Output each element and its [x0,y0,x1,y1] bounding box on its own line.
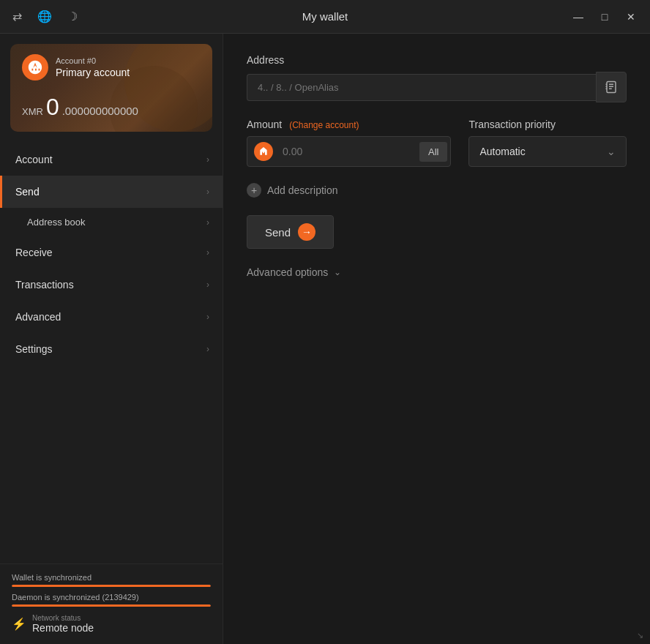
sidebar-footer: Wallet is synchronized Daemon is synchro… [0,564,223,644]
wallet-sync-bar [12,585,211,587]
sidebar-item-account[interactable]: Account › [0,143,223,176]
add-description-label: Add description [267,184,338,196]
close-button[interactable]: ✕ [621,7,641,27]
sidebar-item-receive[interactable]: Receive › [0,236,223,269]
dropdown-arrow-icon: ⌄ [607,146,616,157]
chevron-right-icon: › [206,217,209,228]
balance-whole: 0 [46,95,59,119]
sidebar-item-send[interactable]: Send › [0,176,223,208]
all-button[interactable]: All [419,142,447,162]
priority-dropdown[interactable]: Automatic ⌄ [468,136,627,167]
transfer-icon[interactable]: ⇄ [9,9,25,25]
advanced-options-row[interactable]: Advanced options ⌄ [247,266,627,278]
priority-section: Transaction priority Automatic ⌄ [468,119,627,167]
add-description-row[interactable]: + Add description [247,183,627,198]
priority-label: Transaction priority [468,119,627,130]
chevron-right-icon: › [206,344,209,354]
amount-section: Amount (Change account) All [247,119,451,167]
network-value: Remote node [32,622,94,634]
network-status: ⚡ Network status Remote node [12,614,211,634]
network-label: Network status [32,614,94,622]
bolt-icon: ⚡ [12,617,26,631]
main-layout: Account #0 Primary account XMR 0 .000000… [0,34,650,644]
xmr-icon [250,138,277,165]
sidebar-item-transactions[interactable]: Transactions › [0,269,223,301]
account-card: Account #0 Primary account XMR 0 .000000… [10,44,212,132]
daemon-sync-fill [12,604,211,607]
balance-decimals: .000000000000 [62,105,138,117]
daemon-sync-status: Daemon is synchronized (2139429) [12,593,211,607]
sidebar-item-advanced[interactable]: Advanced › [0,301,223,333]
advanced-options-label: Advanced options [247,266,328,278]
chevron-right-icon: › [206,280,209,290]
title-bar-left: ⇄ 🌐 ☽ [9,9,81,25]
amount-label: Amount (Change account) [247,119,451,130]
minimize-button[interactable]: — [568,7,589,27]
chevron-right-icon: › [206,154,209,165]
chevron-down-icon: ⌄ [334,267,341,277]
window-title: My wallet [302,10,348,23]
wallet-sync-label: Wallet is synchronized [12,573,211,582]
chevron-right-icon: › [206,187,209,197]
add-icon: + [247,183,261,198]
account-balance: XMR 0 .000000000000 [22,95,201,119]
send-button[interactable]: Send → [247,215,334,249]
wallet-sync-status: Wallet is synchronized [12,573,211,587]
chevron-right-icon: › [206,247,209,258]
amount-priority-row: Amount (Change account) All [247,119,627,167]
account-header: Account #0 Primary account [22,54,201,80]
amount-input[interactable] [277,146,416,157]
title-bar: ⇄ 🌐 ☽ My wallet — □ ✕ [0,0,650,34]
sidebar-item-settings[interactable]: Settings › [0,333,223,365]
main-content: Address Amount (Change acco [223,34,650,644]
globe-icon[interactable]: 🌐 [37,9,53,25]
account-info: Account #0 Primary account [56,56,130,78]
change-account-link[interactable]: (Change account) [289,120,359,130]
resize-handle[interactable]: ↘ [637,631,647,641]
moon-icon[interactable]: ☽ [64,9,81,25]
address-book-button[interactable] [596,72,627,102]
chevron-right-icon: › [206,312,209,322]
network-info: Network status Remote node [32,614,94,634]
daemon-sync-label: Daemon is synchronized (2139429) [12,593,211,602]
send-button-label: Send [265,226,291,239]
wallet-sync-fill [12,585,211,587]
window-controls: — □ ✕ [568,7,641,27]
address-label: Address [247,54,627,66]
sidebar-item-address-book[interactable]: Address book › [0,208,223,236]
account-number: Account #0 [56,56,130,65]
priority-value: Automatic [479,146,525,157]
monero-logo [22,54,48,80]
balance-currency: XMR [22,106,43,117]
xmr-circle [254,142,273,161]
nav-items: Account › Send › Address book › Receive … [0,143,223,564]
address-input[interactable] [247,74,596,101]
daemon-sync-bar [12,604,211,607]
address-input-row [247,72,627,102]
amount-input-row: All [247,136,451,167]
sidebar: Account #0 Primary account XMR 0 .000000… [0,34,223,644]
send-arrow-icon: → [298,223,315,241]
account-name: Primary account [56,67,130,78]
maximize-button[interactable]: □ [594,7,615,27]
